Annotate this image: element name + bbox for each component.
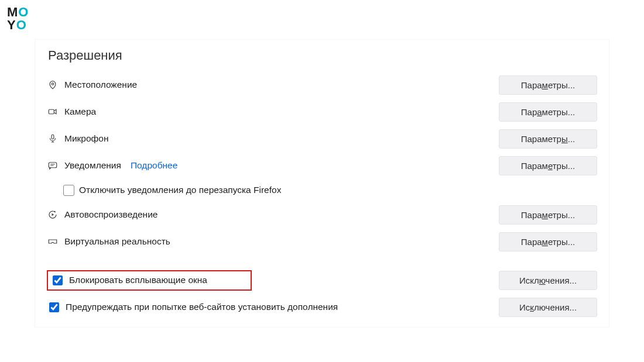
row-notifications: Уведомления Подробнее Параметры... <box>47 152 597 179</box>
svg-rect-1 <box>49 109 54 114</box>
section-title: Разрешения <box>48 48 597 63</box>
row-camera: Камера Параметры... <box>47 98 597 125</box>
params-button-notifications[interactable]: Параметры... <box>499 156 597 175</box>
row-warn-addons: Предупреждать при попытке веб-сайтов уст… <box>47 294 597 320</box>
params-button-vr[interactable]: Параметры... <box>499 232 597 251</box>
params-button-camera[interactable]: Параметры... <box>499 102 597 122</box>
settings-panel: Разрешения Местоположение Параметры... К… <box>35 40 609 327</box>
logo-letter-y: Y <box>7 18 16 32</box>
highlight-box: Блокировать всплывающие окна <box>47 270 252 291</box>
row-block-popups: Блокировать всплывающие окна Исключения.… <box>47 267 597 294</box>
label-autoplay: Автовоспроизведение <box>64 209 157 220</box>
row-autoplay: Автовоспроизведение Параметры... <box>47 201 597 228</box>
svg-point-0 <box>52 83 53 85</box>
label-camera: Камера <box>64 106 96 117</box>
vr-icon <box>47 236 59 247</box>
row-vr: Виртуальная реальность Параметры... <box>47 228 597 255</box>
params-button-autoplay[interactable]: Параметры... <box>499 205 597 225</box>
microphone-icon <box>47 133 59 144</box>
label-disable-notifications: Отключить уведомления до перезапуска Fir… <box>79 185 281 195</box>
row-microphone: Микрофон Параметры... <box>47 125 597 152</box>
label-location: Местоположение <box>64 80 137 90</box>
moyo-logo: MO YO <box>7 6 29 32</box>
label-notifications: Уведомления <box>64 160 121 171</box>
notification-icon <box>47 160 59 171</box>
exceptions-button-popups[interactable]: Исключения... <box>499 271 597 290</box>
label-warn-addons: Предупреждать при попытке веб-сайтов уст… <box>66 302 338 312</box>
checkbox-warn-addons[interactable] <box>49 302 59 312</box>
notifications-more-link[interactable]: Подробнее <box>131 160 177 171</box>
params-button-microphone[interactable]: Параметры... <box>499 129 597 149</box>
row-disable-notifications: Отключить уведомления до перезапуска Fir… <box>63 179 597 201</box>
label-microphone: Микрофон <box>64 133 109 144</box>
checkbox-block-popups[interactable] <box>53 275 63 285</box>
exceptions-button-addons[interactable]: Исключения... <box>499 298 597 317</box>
svg-rect-3 <box>49 163 57 168</box>
label-block-popups: Блокировать всплывающие окна <box>69 275 207 285</box>
autoplay-icon <box>47 209 59 220</box>
location-icon <box>47 80 59 90</box>
row-location: Местоположение Параметры... <box>47 71 597 98</box>
params-button-location[interactable]: Параметры... <box>499 75 597 95</box>
logo-letter-o2: O <box>16 18 27 32</box>
camera-icon <box>47 106 59 117</box>
svg-rect-2 <box>52 135 54 139</box>
checkbox-disable-notifications[interactable] <box>63 185 74 196</box>
label-vr: Виртуальная реальность <box>64 236 170 247</box>
